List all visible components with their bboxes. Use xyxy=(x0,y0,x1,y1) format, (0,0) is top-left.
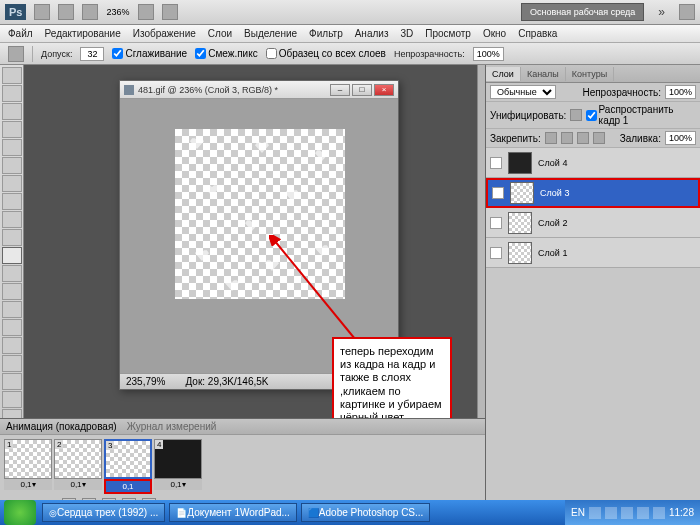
eyedropper-tool[interactable] xyxy=(2,157,22,174)
hand-icon[interactable] xyxy=(138,4,154,20)
document-icon xyxy=(124,85,134,95)
task-item[interactable]: 📄 Документ 1WordPad... xyxy=(169,503,297,522)
lock-transparent-icon[interactable] xyxy=(545,132,557,144)
zoom-display[interactable]: 236% xyxy=(106,7,129,17)
menu-window[interactable]: Окно xyxy=(479,26,510,41)
layer-row[interactable]: Слой 4 xyxy=(486,148,700,178)
layer-thumbnail[interactable] xyxy=(508,152,532,174)
doc-info[interactable]: Док: 29,3K/146,5K xyxy=(185,376,268,387)
maximize-button[interactable]: □ xyxy=(352,84,372,96)
layer-row[interactable]: Слой 2 xyxy=(486,208,700,238)
layer-thumbnail[interactable] xyxy=(508,212,532,234)
path-select-tool[interactable] xyxy=(2,355,22,372)
arrange-icon[interactable] xyxy=(162,4,178,20)
tray-icon[interactable] xyxy=(605,507,617,519)
menu-analysis[interactable]: Анализ xyxy=(351,26,393,41)
menu-layers[interactable]: Слои xyxy=(204,26,236,41)
lock-label: Закрепить: xyxy=(490,133,541,144)
menu-file[interactable]: Файл xyxy=(4,26,37,41)
menu-image[interactable]: Изображение xyxy=(129,26,200,41)
opacity-input[interactable]: 100% xyxy=(473,47,504,61)
visibility-toggle[interactable] xyxy=(490,247,502,259)
doc-zoom[interactable]: 235,79% xyxy=(126,376,165,387)
dodge-tool[interactable] xyxy=(2,301,22,318)
lasso-tool[interactable] xyxy=(2,103,22,120)
system-tray[interactable]: EN 11:28 xyxy=(565,500,700,525)
tray-icon[interactable] xyxy=(653,507,665,519)
close-button[interactable]: × xyxy=(374,84,394,96)
fill-input[interactable]: 100% xyxy=(665,131,696,145)
tray-icon[interactable] xyxy=(621,507,633,519)
blend-mode-select[interactable]: Обычные xyxy=(490,85,556,99)
sample-all-checkbox[interactable]: Образец со всех слоев xyxy=(266,48,386,59)
type-tool[interactable] xyxy=(2,337,22,354)
workspace-switcher[interactable]: Основная рабочая среда xyxy=(521,3,644,21)
bridge-icon[interactable] xyxy=(34,4,50,20)
chevron-right-icon[interactable]: » xyxy=(658,5,665,19)
lock-all-icon[interactable] xyxy=(593,132,605,144)
frame-1[interactable]: 10,1▾ xyxy=(4,439,52,494)
menu-help[interactable]: Справка xyxy=(514,26,561,41)
layer-thumbnail[interactable] xyxy=(510,182,534,204)
menu-bar: Файл Редактирование Изображение Слои Выд… xyxy=(0,25,700,43)
gradient-tool[interactable] xyxy=(2,265,22,282)
minimize-button[interactable]: – xyxy=(330,84,350,96)
anim-tab-log[interactable]: Журнал измерений xyxy=(127,421,217,432)
clock[interactable]: 11:28 xyxy=(669,507,694,518)
shape-tool[interactable] xyxy=(2,373,22,390)
pen-tool[interactable] xyxy=(2,319,22,336)
layer-row[interactable]: Слой 1 xyxy=(486,238,700,268)
tray-icon[interactable] xyxy=(589,507,601,519)
frame-3[interactable]: 30,1 xyxy=(104,439,152,494)
propagate-checkbox[interactable]: Распространить кадр 1 xyxy=(586,104,696,126)
menu-filter[interactable]: Фильтр xyxy=(305,26,347,41)
frame-4[interactable]: 40,1▾ xyxy=(154,439,202,494)
healing-tool[interactable] xyxy=(2,175,22,192)
windows-taskbar: ◎ Сердца трех (1992) ... 📄 Документ 1Wor… xyxy=(0,500,700,525)
stamp-tool[interactable] xyxy=(2,211,22,228)
task-item[interactable]: 🟦 Adobe Photoshop CS... xyxy=(301,503,431,522)
menu-3d[interactable]: 3D xyxy=(396,26,417,41)
layer-row-selected[interactable]: Слой 3 xyxy=(486,178,700,208)
layer-opacity-input[interactable]: 100% xyxy=(665,85,696,99)
tab-paths[interactable]: Контуры xyxy=(566,67,614,81)
contiguous-checkbox[interactable]: Смеж.пикс xyxy=(195,48,258,59)
antialias-checkbox[interactable]: Сглаживание xyxy=(112,48,187,59)
mb-icon[interactable] xyxy=(58,4,74,20)
svg-line-0 xyxy=(274,240,364,350)
history-brush-tool[interactable] xyxy=(2,229,22,246)
visibility-toggle[interactable] xyxy=(490,217,502,229)
tray-icon[interactable] xyxy=(637,507,649,519)
tab-channels[interactable]: Каналы xyxy=(521,67,566,81)
document-titlebar[interactable]: 481.gif @ 236% (Слой 3, RGB/8) * – □ × xyxy=(120,81,398,99)
tool-preset-icon[interactable] xyxy=(8,46,24,62)
eraser-tool[interactable] xyxy=(2,247,22,264)
layer-thumbnail[interactable] xyxy=(508,242,532,264)
blur-tool[interactable] xyxy=(2,283,22,300)
marquee-tool[interactable] xyxy=(2,85,22,102)
lock-position-icon[interactable] xyxy=(577,132,589,144)
move-tool[interactable] xyxy=(2,67,22,84)
tolerance-input[interactable]: 32 xyxy=(80,47,104,61)
brush-tool[interactable] xyxy=(2,193,22,210)
3d-tool[interactable] xyxy=(2,391,22,408)
visibility-toggle[interactable] xyxy=(492,187,504,199)
fill-label: Заливка: xyxy=(620,133,661,144)
crop-tool[interactable] xyxy=(2,139,22,156)
frame-2[interactable]: 20,1▾ xyxy=(54,439,102,494)
lock-pixels-icon[interactable] xyxy=(561,132,573,144)
task-item[interactable]: ◎ Сердца трех (1992) ... xyxy=(42,503,165,522)
visibility-toggle[interactable] xyxy=(490,157,502,169)
collapse-icon[interactable] xyxy=(679,4,695,20)
screen-mode-icon[interactable] xyxy=(82,4,98,20)
layers-panel: Слои Каналы Контуры Обычные Непрозрачнос… xyxy=(485,65,700,500)
menu-view[interactable]: Просмотр xyxy=(421,26,475,41)
tab-layers[interactable]: Слои xyxy=(486,67,521,81)
unify-icon[interactable] xyxy=(570,109,581,121)
quick-select-tool[interactable] xyxy=(2,121,22,138)
menu-select[interactable]: Выделение xyxy=(240,26,301,41)
language-indicator[interactable]: EN xyxy=(571,507,585,518)
menu-edit[interactable]: Редактирование xyxy=(41,26,125,41)
start-button[interactable] xyxy=(4,500,36,525)
anim-tab-frames[interactable]: Анимация (покадровая) xyxy=(6,421,117,432)
